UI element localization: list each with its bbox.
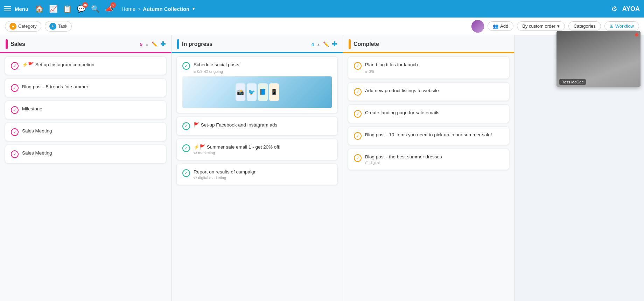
card-title: Blog post - 5 trends for summer: [22, 84, 160, 90]
nav-right-area: ⚙ AYOA: [611, 5, 640, 13]
document-icon[interactable]: 📋: [62, 4, 72, 14]
card-checkbox[interactable]: ✓: [11, 128, 19, 136]
card-checkbox[interactable]: ✓: [11, 106, 19, 114]
top-navigation: Menu 🏠 📈 📋 💬 46 🔍 📣 1 Home > Autumn Coll…: [0, 0, 644, 18]
video-call-overlay[interactable]: Ross McGee: [556, 31, 640, 87]
table-row[interactable]: ✓ ⚡🚩 Set up Instagram competion: [5, 56, 166, 75]
sales-count: 5: [140, 42, 142, 47]
card-checkbox[interactable]: ✓: [182, 169, 190, 177]
in-progress-count: 4: [312, 42, 314, 47]
card-checkbox[interactable]: ✓: [354, 62, 362, 70]
card-checkbox[interactable]: ✓: [182, 144, 190, 152]
phone-icon-4: 📱: [269, 83, 279, 101]
category-label: Category: [18, 23, 37, 29]
card-checkbox[interactable]: ✓: [182, 122, 190, 130]
card-image: 📸 🐦 📘 📱: [182, 76, 332, 108]
avatar-image: [471, 20, 484, 33]
tag-icon: 🏷: [194, 176, 197, 179]
menu-button[interactable]: [4, 6, 11, 11]
order-arrow-icon: ▾: [557, 23, 560, 29]
table-row[interactable]: ✓ Milestone: [5, 101, 166, 119]
phone-icon-3: 📘: [258, 83, 268, 101]
in-progress-column-title: In progress: [182, 41, 309, 47]
card-tag: 🏷 marketing: [194, 151, 332, 155]
complete-card-list: ✓ Plan blog titles for launch ≡ 0/5 ✓: [343, 53, 514, 301]
card-subtitle: ≡ 0/5: [365, 69, 503, 74]
breadcrumb: Home > Autumn Collection ▼: [121, 6, 196, 12]
categories-button[interactable]: Categories: [568, 21, 601, 31]
table-row[interactable]: ✓ Plan blog titles for launch ≡ 0/5: [348, 56, 509, 79]
table-row[interactable]: ✓ Add new product listings to website: [348, 82, 509, 101]
column-in-progress: In progress 4 ▲ ✏️ ✚ ✓ Schedule social p…: [172, 35, 343, 301]
order-button[interactable]: By custom order ▾: [517, 21, 565, 31]
card-checkbox[interactable]: ✓: [11, 62, 19, 70]
table-row[interactable]: ✓ 🚩 Set-up Facebook and Instagram ads: [176, 117, 338, 135]
workflow-label: Workflow: [615, 23, 634, 29]
task-button[interactable]: + Task: [45, 21, 72, 32]
in-progress-card-list: ✓ Schedule social posts ≡ 0/3 🏷 ongoing: [172, 53, 343, 301]
home-icon[interactable]: 🏠: [34, 4, 44, 14]
tag-icon: 🏷: [365, 160, 369, 164]
complete-color-indicator: [349, 39, 351, 49]
column-header-complete: Complete: [343, 35, 514, 53]
table-row[interactable]: ✓ Blog post - 10 items you need to pick …: [348, 126, 509, 145]
list-icon: ≡: [365, 69, 367, 74]
card-checkbox[interactable]: ✓: [354, 110, 362, 118]
in-progress-edit-icon[interactable]: ✏️: [323, 41, 329, 47]
card-title: Add new product listings to website: [365, 88, 503, 94]
card-checkbox[interactable]: ✓: [11, 150, 19, 158]
table-row[interactable]: ✓ Schedule social posts ≡ 0/3 🏷 ongoing: [176, 56, 338, 113]
breadcrumb-current[interactable]: Autumn Collection: [143, 6, 189, 12]
category-circle-icon: ●: [9, 23, 16, 30]
table-row[interactable]: ✓ Report on results of campaign 🏷 digita…: [176, 164, 338, 185]
table-row[interactable]: ✓ Blog post - the best summer dresses 🏷 …: [348, 149, 509, 170]
card-title: Sales Meeting: [22, 128, 160, 135]
sub-navigation: ● Category + Task 👥 Add By custom order …: [0, 18, 644, 35]
column-complete: Complete ✓ Plan blog titles for launch ≡…: [343, 35, 514, 301]
task-label: Task: [58, 23, 68, 29]
video-feed: Ross McGee: [556, 31, 640, 87]
sales-add-icon[interactable]: ✚: [160, 40, 166, 48]
breadcrumb-home[interactable]: Home: [121, 6, 135, 12]
table-row[interactable]: ✓ Sales Meeting: [5, 123, 166, 141]
social-media-image: 📸 🐦 📘 📱: [182, 76, 332, 108]
phone-icons: 📸 🐦 📘 📱: [236, 83, 279, 101]
card-checkbox[interactable]: ✓: [354, 132, 362, 140]
column-header-sales: Sales 5 ▲ ✏️ ✚: [0, 35, 171, 53]
workflow-button[interactable]: ⊞ Workflow: [604, 21, 639, 31]
complete-column-title: Complete: [354, 41, 506, 47]
card-title: Blog post - the best summer dresses: [365, 154, 503, 160]
tag-icon: 🏷: [194, 151, 197, 155]
chat-icon[interactable]: 💬 46: [76, 4, 86, 14]
in-progress-add-icon[interactable]: ✚: [332, 40, 337, 48]
list-icon: ≡: [194, 69, 196, 74]
video-person-name: Ross McGee: [559, 79, 586, 85]
sales-edit-icon[interactable]: ✏️: [152, 41, 158, 47]
card-title: ⚡🚩 Set up Instagram competion: [22, 62, 160, 68]
search-icon[interactable]: 🔍: [90, 4, 100, 14]
card-checkbox[interactable]: ✓: [11, 84, 19, 92]
table-row[interactable]: ✓ ⚡🚩 Summer sale email 1 - get 20% off! …: [176, 139, 338, 160]
in-progress-chevron-icon[interactable]: ▲: [317, 42, 320, 46]
chevron-down-icon[interactable]: ▼: [191, 6, 196, 11]
table-row[interactable]: ✓ Create landing page for sale emails: [348, 104, 509, 123]
sales-card-list: ✓ ⚡🚩 Set up Instagram competion ✓ Blog p…: [0, 53, 171, 301]
table-row[interactable]: ✓ Blog post - 5 trends for summer: [5, 78, 166, 97]
chart-icon[interactable]: 📈: [48, 4, 58, 14]
task-circle-icon: +: [49, 23, 56, 30]
card-checkbox[interactable]: ✓: [354, 88, 362, 96]
card-checkbox[interactable]: ✓: [354, 154, 362, 162]
brand-logo: AYOA: [622, 5, 640, 13]
card-checkbox[interactable]: ✓: [182, 62, 190, 70]
order-label: By custom order: [522, 23, 555, 29]
category-button[interactable]: ● Category: [5, 21, 41, 32]
card-title: Create landing page for sale emails: [365, 110, 503, 116]
avatar[interactable]: [471, 20, 484, 33]
sales-chevron-icon[interactable]: ▲: [145, 42, 149, 46]
add-people-icon: 👥: [493, 23, 498, 29]
add-button[interactable]: 👥 Add: [488, 21, 513, 31]
settings-icon[interactable]: ⚙: [611, 5, 617, 13]
notification-icon[interactable]: 📣 1: [104, 4, 114, 14]
table-row[interactable]: ✓ Sales Meeting: [5, 145, 166, 163]
recording-indicator: [635, 33, 638, 36]
